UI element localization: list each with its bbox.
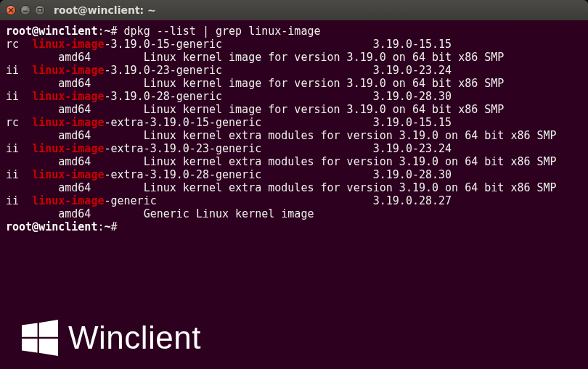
package-name-highlight: linux-image: [32, 90, 104, 103]
package-name-rest: -extra-3.19.0-15-generic: [104, 116, 261, 129]
package-desc-row: amd64 Linux kernel extra modules for ver…: [6, 181, 582, 194]
svg-rect-0: [38, 9, 42, 12]
package-name-rest: -extra-3.19.0-28-generic: [104, 168, 261, 181]
package-desc-row: amd64 Linux kernel image for version 3.1…: [6, 77, 582, 90]
package-row: rc linux-image-extra-3.19.0-15-generic 3…: [6, 116, 582, 129]
package-description: Linux kernel extra modules for version 3…: [144, 155, 557, 168]
package-row: ii linux-image-3.19.0-28-generic 3.19.0-…: [6, 90, 582, 103]
package-name-highlight: linux-image: [32, 142, 104, 155]
windows-icon: [22, 320, 58, 356]
package-version: 3.19.0-15.15: [373, 116, 452, 129]
package-description: Linux kernel image for version 3.19.0 on…: [144, 51, 505, 64]
terminal-body[interactable]: root@winclient:~# dpkg --list | grep lin…: [0, 20, 588, 233]
package-name-rest: -extra-3.19.0-23-generic: [104, 142, 261, 155]
package-name-highlight: linux-image: [32, 38, 104, 51]
watermark: Winclient: [22, 320, 201, 356]
package-row: ii linux-image-3.19.0-23-generic 3.19.0-…: [6, 64, 582, 77]
package-version: 3.19.0-23.24: [373, 142, 452, 155]
package-description: Linux kernel image for version 3.19.0 on…: [144, 103, 505, 116]
titlebar: root@winclient: ~: [0, 0, 588, 20]
package-version: 3.19.0-23.24: [373, 64, 452, 77]
package-arch: amd64: [58, 103, 143, 116]
prompt-userhost: root@winclient: [6, 220, 97, 233]
package-status: ii: [6, 142, 19, 155]
package-status: rc: [6, 38, 19, 51]
package-row: ii linux-image-extra-3.19.0-23-generic 3…: [6, 142, 582, 155]
terminal-window: root@winclient: ~ root@winclient:~# dpkg…: [0, 0, 588, 369]
package-status: rc: [6, 116, 19, 129]
package-row: rc linux-image-3.19.0-15-generic 3.19.0-…: [6, 38, 582, 51]
package-desc-row: amd64 Linux kernel image for version 3.1…: [6, 51, 582, 64]
package-desc-row: amd64 Linux kernel extra modules for ver…: [6, 155, 582, 168]
prompt-path: ~: [104, 220, 110, 233]
package-name-rest: -3.19.0-15-generic: [104, 38, 222, 51]
package-name-rest: -generic: [104, 194, 156, 207]
package-status: ii: [6, 64, 19, 77]
prompt-symbol: #: [111, 220, 124, 233]
package-version: 3.19.0-28.30: [373, 90, 452, 103]
package-arch: amd64: [58, 51, 143, 64]
package-name-rest: -3.19.0-28-generic: [104, 90, 222, 103]
package-name-rest: -3.19.0-23-generic: [104, 64, 222, 77]
close-icon[interactable]: [6, 5, 16, 15]
package-version: 3.19.0-15.15: [373, 38, 452, 51]
package-arch: amd64: [58, 77, 143, 90]
package-desc-row: amd64 Generic Linux kernel image: [6, 207, 582, 220]
package-row: ii linux-image-extra-3.19.0-28-generic 3…: [6, 168, 582, 181]
package-description: Linux kernel extra modules for version 3…: [144, 129, 557, 142]
package-arch: amd64: [58, 155, 143, 168]
package-arch: amd64: [58, 181, 143, 194]
window-title: root@winclient: ~: [54, 4, 156, 16]
maximize-icon[interactable]: [35, 5, 45, 15]
prompt-symbol: #: [111, 25, 124, 38]
package-name-highlight: linux-image: [32, 168, 104, 181]
command-line: root@winclient:~# dpkg --list | grep lin…: [6, 25, 582, 38]
package-arch: amd64: [58, 207, 143, 220]
package-status: ii: [6, 194, 19, 207]
minimize-icon[interactable]: [20, 5, 30, 15]
command-text: dpkg --list | grep linux-image: [124, 25, 321, 38]
package-status: ii: [6, 90, 19, 103]
package-desc-row: amd64 Linux kernel image for version 3.1…: [6, 103, 582, 116]
package-name-highlight: linux-image: [32, 64, 104, 77]
package-row: ii linux-image-generic 3.19.0.28.27: [6, 194, 582, 207]
package-arch: amd64: [58, 129, 143, 142]
package-description: Linux kernel image for version 3.19.0 on…: [144, 77, 505, 90]
prompt-idle: root@winclient:~#: [6, 220, 582, 233]
package-version: 3.19.0-28.30: [373, 168, 452, 181]
package-name-highlight: linux-image: [32, 116, 104, 129]
package-desc-row: amd64 Linux kernel extra modules for ver…: [6, 129, 582, 142]
package-description: Generic Linux kernel image: [144, 207, 314, 220]
prompt-path: ~: [104, 25, 110, 38]
package-version: 3.19.0.28.27: [373, 194, 452, 207]
package-status: ii: [6, 168, 19, 181]
prompt-userhost: root@winclient: [6, 25, 97, 38]
package-description: Linux kernel extra modules for version 3…: [144, 181, 557, 194]
package-name-highlight: linux-image: [32, 194, 104, 207]
watermark-text: Winclient: [68, 320, 201, 356]
